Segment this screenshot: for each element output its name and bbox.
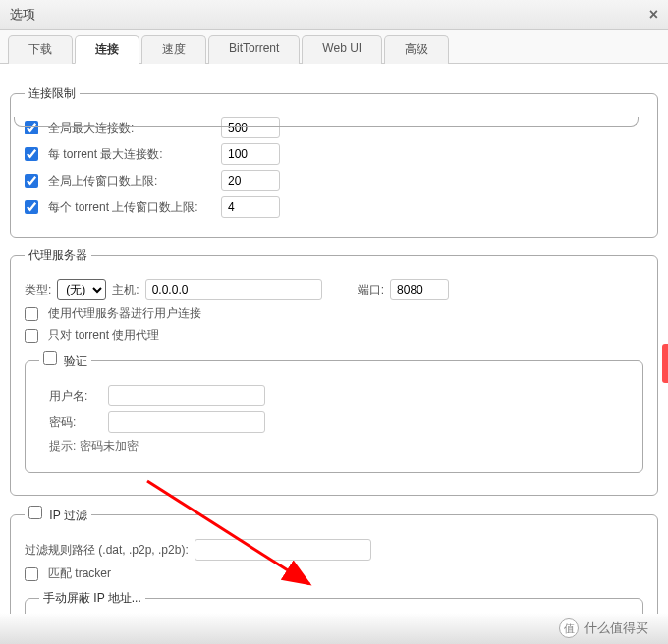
proxy-host-input[interactable] [145, 279, 322, 300]
auth-hint: 提示: 密码未加密 [49, 438, 619, 455]
checkbox-global-upload-slots[interactable] [25, 174, 38, 188]
checkbox-per-torrent-max-conn[interactable] [25, 147, 38, 161]
checkbox-only-torrent-proxy[interactable] [25, 329, 38, 343]
dialog-title: 选项 [10, 6, 35, 24]
conn-row-per-torrent-upload: 每个 torrent 上传窗口数上限: [25, 196, 643, 218]
label-global-upload-slots: 全局上传窗口数上限: [48, 173, 215, 189]
label-proxy-peers: 使用代理服务器进行用户连接 [48, 305, 201, 322]
tab-bittorrent[interactable]: BitTorrent [208, 35, 300, 64]
close-icon[interactable]: × [649, 6, 658, 24]
auth-user-row: 用户名: [49, 385, 619, 406]
tab-speed[interactable]: 速度 [141, 35, 206, 64]
proxy-only-torrent-row: 只对 torrent 使用代理 [25, 327, 643, 344]
input-per-torrent-upload-slots[interactable] [221, 196, 280, 218]
proxy-auth-group: 验证 用户名: 密码: 提示: 密码未加密 [25, 351, 643, 473]
ipfilter-group: IP 过滤 过滤规则路径 (.dat, .p2p, .p2b): 匹配 trac… [10, 506, 658, 614]
ipfilter-path-input[interactable] [195, 539, 371, 561]
proxy-type-label: 类型: [25, 282, 51, 298]
label-only-torrent-proxy: 只对 torrent 使用代理 [48, 327, 159, 344]
proxy-peers-row: 使用代理服务器进行用户连接 [25, 305, 643, 322]
content-area: 连接限制 全局最大连接数: 每 torrent 最大连接数: 全局上传窗口数上限… [0, 64, 668, 614]
manual-block-legend: 手动屏蔽 IP 地址... [39, 590, 145, 607]
watermark-text: 什么值得买 [584, 619, 648, 637]
side-indicator [662, 344, 668, 383]
checkbox-per-torrent-upload-slots[interactable] [25, 200, 38, 214]
ipfilter-path-row: 过滤规则路径 (.dat, .p2p, .p2b): [25, 539, 643, 561]
watermark-bar: 值 什么值得买 [0, 613, 668, 644]
prev-section-edge [14, 117, 639, 127]
auth-pass-row: 密码: [49, 411, 619, 433]
tab-webui[interactable]: Web UI [302, 35, 382, 64]
ipfilter-legend-text: IP 过滤 [49, 509, 86, 522]
auth-user-label: 用户名: [49, 388, 98, 404]
checkbox-proxy-peers[interactable] [25, 307, 38, 321]
proxy-port-label: 端口: [358, 282, 384, 298]
ipfilter-tracker-row: 匹配 tracker [25, 565, 643, 582]
tab-download[interactable]: 下载 [8, 35, 73, 64]
input-per-torrent-max-conn[interactable] [221, 143, 280, 165]
checkbox-match-tracker[interactable] [25, 567, 38, 581]
proxy-group: 代理服务器 类型: (无) 主机: 端口: 使用代理服务器进行用户连接 只对 t… [10, 247, 658, 496]
proxy-legend: 代理服务器 [25, 247, 91, 264]
proxy-auth-legend-text: 验证 [64, 354, 87, 368]
checkbox-ipfilter[interactable] [28, 506, 42, 519]
label-match-tracker: 匹配 tracker [48, 565, 111, 582]
proxy-auth-legend: 验证 [39, 351, 91, 370]
conn-row-global-upload: 全局上传窗口数上限: [25, 170, 643, 191]
ipfilter-legend: IP 过滤 [25, 506, 91, 524]
proxy-type-select[interactable]: (无) [57, 279, 106, 300]
ipfilter-path-label: 过滤规则路径 (.dat, .p2p, .p2b): [25, 542, 189, 559]
watermark-icon: 值 [559, 618, 579, 638]
dialog-header: 选项 × [0, 0, 668, 30]
proxy-main-row: 类型: (无) 主机: 端口: [25, 279, 643, 300]
label-per-torrent-upload-slots: 每个 torrent 上传窗口数上限: [48, 199, 215, 216]
proxy-port-input[interactable] [390, 279, 449, 300]
tab-advanced[interactable]: 高级 [384, 35, 449, 64]
connection-limits-legend: 连接限制 [25, 85, 80, 102]
manual-block-group: 手动屏蔽 IP 地址... [25, 590, 643, 614]
tab-connection[interactable]: 连接 [75, 35, 139, 64]
proxy-host-label: 主机: [112, 282, 139, 298]
label-per-torrent-max-conn: 每 torrent 最大连接数: [48, 146, 215, 163]
checkbox-proxy-auth[interactable] [43, 351, 57, 365]
conn-row-per-torrent-max: 每 torrent 最大连接数: [25, 143, 643, 165]
connection-limits-group: 连接限制 全局最大连接数: 每 torrent 最大连接数: 全局上传窗口数上限… [10, 85, 658, 238]
auth-pass-label: 密码: [49, 414, 98, 431]
input-global-upload-slots[interactable] [221, 170, 280, 191]
auth-user-input[interactable] [108, 385, 265, 406]
tabs-bar: 下载 连接 速度 BitTorrent Web UI 高级 [0, 30, 668, 64]
auth-pass-input[interactable] [108, 411, 265, 433]
